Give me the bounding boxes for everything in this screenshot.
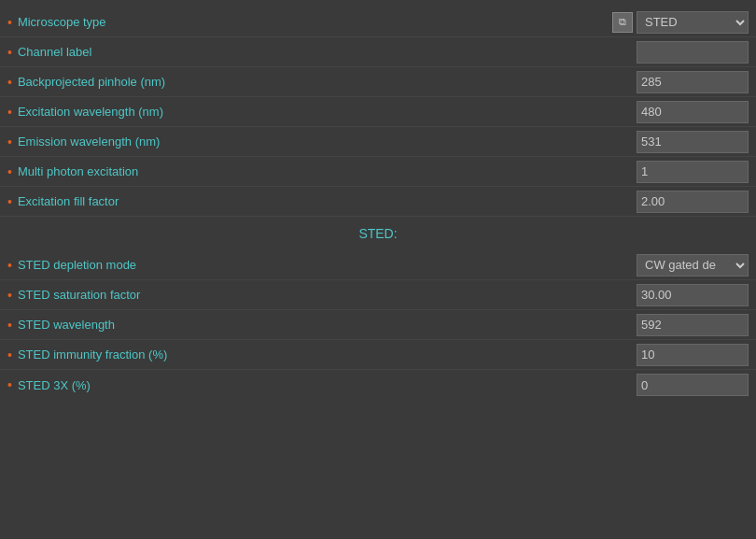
emission-wavelength-input[interactable] <box>637 131 749 153</box>
channel-label-input[interactable] <box>637 41 749 64</box>
sted-saturation-factor-label: STED saturation factor <box>18 288 637 302</box>
sted-wavelength-row: • STED wavelength <box>0 310 756 340</box>
bullet-sted-immunity: • <box>7 348 12 362</box>
bullet-sted-saturation: • <box>7 288 12 303</box>
multi-photon-excitation-row: • Multi photon excitation <box>0 157 756 187</box>
sted-wavelength-input[interactable] <box>637 314 749 336</box>
bullet-channel: • <box>7 45 12 60</box>
sted-3x-label: STED 3X (%) <box>18 378 637 392</box>
backprojected-pinhole-label: Backprojected pinhole (nm) <box>18 75 637 89</box>
excitation-wavelength-row: • Excitation wavelength (nm) <box>0 97 756 127</box>
bullet-fill-factor: • <box>7 194 12 209</box>
sted-depletion-mode-row: • STED depletion mode CW gated de CW Pul… <box>0 250 756 280</box>
microscope-controls: ⧉ STED Confocal TIRF Widefield <box>612 11 749 34</box>
microscope-type-row: • Microscope type ⧉ STED Confocal TIRF W… <box>0 7 756 37</box>
backprojected-pinhole-row: • Backprojected pinhole (nm) <box>0 67 756 97</box>
sted-immunity-fraction-input[interactable] <box>637 344 749 366</box>
bullet-excitation-wl: • <box>7 105 12 120</box>
bullet-sted-3x: • <box>7 377 12 392</box>
bullet-sted-depletion: • <box>7 258 12 273</box>
multi-photon-excitation-input[interactable] <box>637 161 749 183</box>
sted-saturation-factor-row: • STED saturation factor <box>0 280 756 310</box>
sted-section-header: STED: <box>0 217 756 250</box>
sted-wavelength-label: STED wavelength <box>18 318 637 332</box>
form-container: • Microscope type ⧉ STED Confocal TIRF W… <box>0 0 756 407</box>
sted-depletion-mode-select[interactable]: CW gated de CW Pulsed <box>637 254 749 277</box>
sted-immunity-fraction-label: STED immunity fraction (%) <box>18 348 637 362</box>
excitation-wavelength-input[interactable] <box>637 101 749 123</box>
excitation-fill-factor-label: Excitation fill factor <box>18 194 637 208</box>
emission-wavelength-row: • Emission wavelength (nm) <box>0 127 756 157</box>
multi-photon-excitation-label: Multi photon excitation <box>18 164 637 178</box>
bullet-multi-photon: • <box>7 164 12 179</box>
microscope-type-select[interactable]: STED Confocal TIRF Widefield <box>637 11 749 34</box>
copy-icon[interactable]: ⧉ <box>612 12 633 33</box>
excitation-fill-factor-row: • Excitation fill factor <box>0 187 756 217</box>
excitation-fill-factor-input[interactable] <box>637 191 749 213</box>
bullet-sted-wavelength: • <box>7 318 12 333</box>
bullet-microscope: • <box>7 15 12 30</box>
bullet-emission-wl: • <box>7 135 12 149</box>
bullet-pinhole: • <box>7 75 12 90</box>
sted-3x-input[interactable] <box>637 374 749 396</box>
sted-3x-row: • STED 3X (%) <box>0 370 756 400</box>
channel-label-row: • Channel label <box>0 37 756 67</box>
channel-label-label: Channel label <box>18 45 637 59</box>
sted-depletion-mode-label: STED depletion mode <box>18 258 637 272</box>
sted-saturation-factor-input[interactable] <box>637 284 749 306</box>
backprojected-pinhole-input[interactable] <box>637 71 749 93</box>
emission-wavelength-label: Emission wavelength (nm) <box>18 135 637 149</box>
sted-immunity-fraction-row: • STED immunity fraction (%) <box>0 340 756 370</box>
sted-section-label: STED: <box>358 226 397 241</box>
microscope-type-label: Microscope type <box>18 15 612 29</box>
excitation-wavelength-label: Excitation wavelength (nm) <box>18 105 637 119</box>
